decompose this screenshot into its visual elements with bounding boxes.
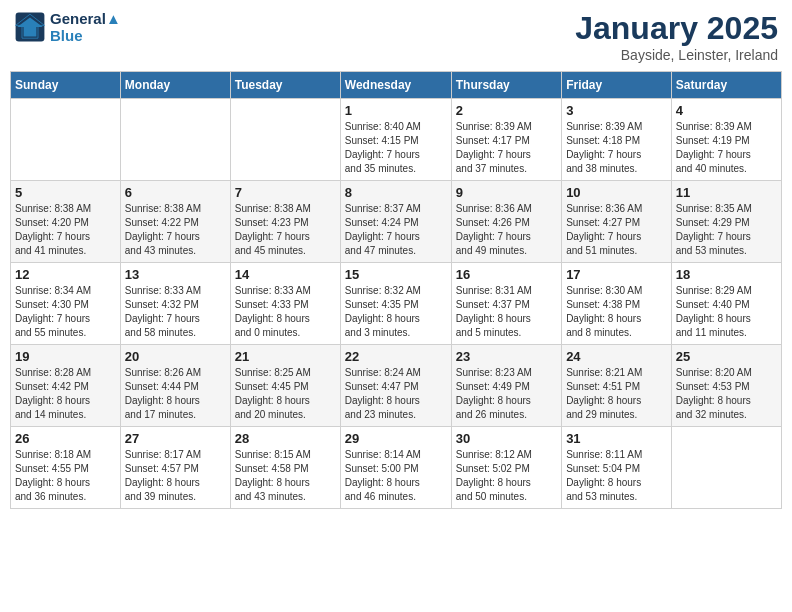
day-info-line: Sunset: 5:04 PM [566,462,667,476]
day-info-line: Daylight: 7 hours [566,230,667,244]
day-info-line: Sunrise: 8:39 AM [566,120,667,134]
day-info-line: Daylight: 8 hours [676,312,777,326]
day-info-line: Sunset: 4:26 PM [456,216,557,230]
day-number: 10 [566,185,667,200]
weekday-header-monday: Monday [120,72,230,99]
calendar-cell: 2Sunrise: 8:39 AMSunset: 4:17 PMDaylight… [451,99,561,181]
day-info-line: Sunset: 4:57 PM [125,462,226,476]
calendar-cell: 9Sunrise: 8:36 AMSunset: 4:26 PMDaylight… [451,181,561,263]
day-info-line: Daylight: 8 hours [456,394,557,408]
calendar-cell: 23Sunrise: 8:23 AMSunset: 4:49 PMDayligh… [451,345,561,427]
day-info-line: Sunrise: 8:26 AM [125,366,226,380]
day-number: 21 [235,349,336,364]
day-info-line: Daylight: 7 hours [345,148,447,162]
day-info-line: Sunrise: 8:37 AM [345,202,447,216]
weekday-header-friday: Friday [562,72,672,99]
day-info-line: Daylight: 8 hours [15,476,116,490]
weekday-header-thursday: Thursday [451,72,561,99]
day-info-line: and 23 minutes. [345,408,447,422]
month-title: January 2025 [575,10,778,47]
logo: General▲ Blue [14,10,121,44]
day-info-line: Daylight: 8 hours [566,312,667,326]
day-info-line: and 46 minutes. [345,490,447,504]
day-info-line: and 41 minutes. [15,244,116,258]
day-info-line: Sunset: 4:17 PM [456,134,557,148]
day-info-line: Sunrise: 8:36 AM [456,202,557,216]
logo-text: General▲ Blue [50,10,121,44]
day-info-line: Sunrise: 8:38 AM [235,202,336,216]
day-info-line: and 43 minutes. [125,244,226,258]
day-info-line: and 8 minutes. [566,326,667,340]
day-info-line: Sunrise: 8:21 AM [566,366,667,380]
calendar-cell: 26Sunrise: 8:18 AMSunset: 4:55 PMDayligh… [11,427,121,509]
day-info-line: and 11 minutes. [676,326,777,340]
calendar-cell: 17Sunrise: 8:30 AMSunset: 4:38 PMDayligh… [562,263,672,345]
calendar-cell: 8Sunrise: 8:37 AMSunset: 4:24 PMDaylight… [340,181,451,263]
day-info-line: Daylight: 7 hours [15,312,116,326]
calendar-cell: 28Sunrise: 8:15 AMSunset: 4:58 PMDayligh… [230,427,340,509]
day-info-line: Daylight: 7 hours [676,148,777,162]
day-info-line: Sunset: 4:42 PM [15,380,116,394]
day-info-line: and 39 minutes. [125,490,226,504]
day-info-line: Sunrise: 8:38 AM [15,202,116,216]
day-info-line: Sunset: 4:51 PM [566,380,667,394]
day-info-line: Sunrise: 8:24 AM [345,366,447,380]
day-info-line: Daylight: 7 hours [676,230,777,244]
day-info-line: Sunset: 4:22 PM [125,216,226,230]
day-info-line: Sunrise: 8:40 AM [345,120,447,134]
day-info-line: and 45 minutes. [235,244,336,258]
weekday-header-saturday: Saturday [671,72,781,99]
day-number: 18 [676,267,777,282]
calendar-cell: 11Sunrise: 8:35 AMSunset: 4:29 PMDayligh… [671,181,781,263]
day-number: 26 [15,431,116,446]
day-info-line: Daylight: 8 hours [345,394,447,408]
day-info-line: and 58 minutes. [125,326,226,340]
day-info-line: Sunset: 5:02 PM [456,462,557,476]
day-number: 19 [15,349,116,364]
title-section: January 2025 Bayside, Leinster, Ireland [575,10,778,63]
day-number: 15 [345,267,447,282]
day-info-line: and 38 minutes. [566,162,667,176]
calendar-cell: 6Sunrise: 8:38 AMSunset: 4:22 PMDaylight… [120,181,230,263]
day-number: 25 [676,349,777,364]
day-number: 28 [235,431,336,446]
day-info-line: Sunset: 4:32 PM [125,298,226,312]
day-info-line: and 29 minutes. [566,408,667,422]
day-info-line: Sunrise: 8:39 AM [676,120,777,134]
day-info-line: Sunset: 4:18 PM [566,134,667,148]
day-info-line: Daylight: 8 hours [566,476,667,490]
calendar-cell: 13Sunrise: 8:33 AMSunset: 4:32 PMDayligh… [120,263,230,345]
day-info-line: Daylight: 8 hours [235,394,336,408]
day-info-line: Sunrise: 8:38 AM [125,202,226,216]
day-info-line: and 55 minutes. [15,326,116,340]
day-number: 9 [456,185,557,200]
day-info-line: Sunrise: 8:17 AM [125,448,226,462]
calendar-cell: 21Sunrise: 8:25 AMSunset: 4:45 PMDayligh… [230,345,340,427]
day-info-line: Sunset: 4:44 PM [125,380,226,394]
day-info-line: and 35 minutes. [345,162,447,176]
day-info-line: Daylight: 8 hours [345,476,447,490]
day-info-line: Sunset: 4:40 PM [676,298,777,312]
calendar-cell: 31Sunrise: 8:11 AMSunset: 5:04 PMDayligh… [562,427,672,509]
location-subtitle: Bayside, Leinster, Ireland [575,47,778,63]
day-info-line: Sunrise: 8:36 AM [566,202,667,216]
day-info-line: Sunrise: 8:33 AM [235,284,336,298]
page-header: General▲ Blue January 2025 Bayside, Lein… [10,10,782,63]
day-info-line: Daylight: 8 hours [15,394,116,408]
day-info-line: and 26 minutes. [456,408,557,422]
day-info-line: and 14 minutes. [15,408,116,422]
day-info-line: and 0 minutes. [235,326,336,340]
day-info-line: Sunrise: 8:15 AM [235,448,336,462]
day-info-line: Daylight: 8 hours [125,476,226,490]
day-number: 31 [566,431,667,446]
day-info-line: Sunset: 4:45 PM [235,380,336,394]
day-info-line: Sunset: 4:20 PM [15,216,116,230]
day-info-line: Daylight: 8 hours [456,312,557,326]
calendar-cell: 27Sunrise: 8:17 AMSunset: 4:57 PMDayligh… [120,427,230,509]
day-number: 5 [15,185,116,200]
day-info-line: and 51 minutes. [566,244,667,258]
calendar-cell: 10Sunrise: 8:36 AMSunset: 4:27 PMDayligh… [562,181,672,263]
day-info-line: Sunrise: 8:11 AM [566,448,667,462]
day-info-line: Daylight: 7 hours [456,230,557,244]
day-info-line: and 5 minutes. [456,326,557,340]
